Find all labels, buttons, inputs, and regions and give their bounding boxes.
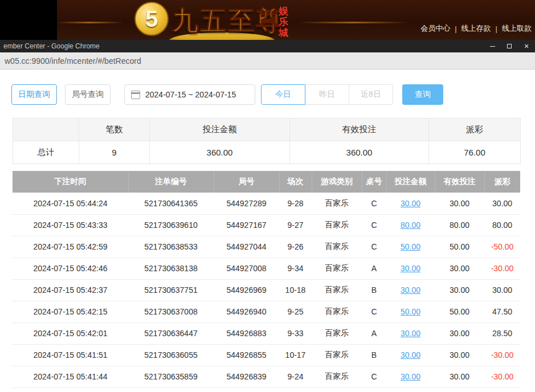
casino-banner: 5 九五至尊 娱乐城 会员中心 | 线上存款 | 线上取款 (0, 0, 535, 40)
close-button[interactable]: × (518, 40, 535, 52)
cell-game-type: 百家乐 (312, 279, 362, 301)
banner-links: 会员中心 | 线上存款 | 线上取款 (420, 23, 532, 34)
cell-game-type: 百家乐 (312, 322, 362, 344)
quick-yesterday-button[interactable]: 昨日 (305, 84, 349, 105)
bet-table-row: 2024-07-15 05:43:33521730639610544927167… (13, 214, 520, 236)
header-table-number: 桌号 (362, 171, 386, 193)
cell-round-number: 544926839 (214, 366, 279, 387)
minimize-button[interactable] (484, 40, 501, 52)
cell-order-number: 521730638533 (128, 236, 214, 258)
cell-table-number: B (362, 279, 386, 301)
cell-order-number: 521730637751 (128, 279, 214, 301)
cell-session: 9-26 (279, 236, 312, 258)
member-center-link[interactable]: 会员中心 (420, 23, 450, 34)
bet-table-row: 2024-07-15 05:42:37521730637751544926969… (13, 279, 520, 301)
cell-order-number: 521730635859 (128, 366, 214, 387)
cell-session: 9-27 (279, 214, 312, 236)
cell-bet-time: 2024-07-15 05:41:44 (13, 366, 128, 387)
cell-payout: 30.00 (484, 279, 520, 301)
cell-game-type: 百家乐 (312, 214, 362, 236)
cell-bet-amount: 50.00 (386, 236, 435, 258)
bet-amount-link[interactable]: 30.00 (401, 285, 420, 295)
cell-session: 10-18 (279, 279, 312, 301)
bet-amount-link[interactable]: 30.00 (401, 350, 420, 360)
cell-round-number: 544926883 (214, 322, 279, 344)
bet-amount-link[interactable]: 80.00 (401, 220, 420, 230)
cell-round-number: 544927044 (214, 236, 279, 258)
cell-round-number: 544926855 (214, 344, 279, 366)
bet-amount-link[interactable]: 50.00 (401, 242, 420, 251)
restore-icon (507, 44, 512, 48)
bet-amount-link[interactable]: 30.00 (401, 199, 420, 208)
bet-table-row: 2024-07-15 05:41:51521730636055544926855… (13, 344, 520, 366)
search-button[interactable]: 查询 (402, 84, 443, 105)
cell-bet-amount: 30.00 (386, 366, 435, 387)
header-payout: 派彩 (484, 171, 520, 193)
cell-table-number: C (362, 366, 386, 387)
header-bet-amount: 投注金额 (386, 171, 435, 193)
cell-bet-amount: 30.00 (386, 322, 435, 344)
cell-payout: 30.00 (484, 193, 520, 214)
bet-table-row: 2024-07-15 05:42:15521730637008544926940… (13, 301, 520, 322)
cell-bet-amount: 30.00 (386, 344, 435, 366)
cell-round-number: 544927167 (214, 214, 279, 236)
quick-today-button[interactable]: 今日 (261, 84, 305, 105)
cell-bet-time: 2024-07-15 05:42:01 (13, 322, 128, 344)
summary-bet-value: 360.00 (150, 141, 290, 164)
cell-bet-time: 2024-07-15 05:44:24 (13, 193, 128, 214)
cell-valid-bet: 30.00 (435, 193, 484, 214)
restore-button[interactable] (501, 40, 518, 52)
quick-last8days-button[interactable]: 近8日 (349, 84, 393, 105)
round-query-button[interactable]: 局号查询 (65, 84, 111, 105)
header-valid-bet: 有效投注 (435, 171, 484, 193)
cell-game-type: 百家乐 (312, 258, 362, 279)
cell-order-number: 521730636447 (128, 322, 214, 344)
calendar-icon (131, 91, 140, 99)
header-game-type: 游戏类别 (312, 171, 362, 193)
cell-bet-time: 2024-07-15 05:41:51 (13, 344, 128, 366)
bet-amount-link[interactable]: 30.00 (401, 264, 420, 273)
bet-table-row: 2024-07-15 05:42:46521730638138544927008… (13, 258, 520, 279)
window-controls: × (484, 40, 535, 52)
summary-valid-value: 360.00 (290, 141, 429, 164)
cell-bet-time: 2024-07-15 05:42:15 (13, 301, 128, 322)
bet-amount-link[interactable]: 50.00 (401, 307, 420, 316)
summary-total-row: 总计 9 360.00 360.00 76.00 (13, 141, 521, 164)
cell-order-number: 521730639610 (128, 214, 214, 236)
cell-session: 9-25 (279, 301, 312, 322)
cell-bet-time: 2024-07-15 05:42:46 (13, 258, 128, 279)
filter-bar: 日期查询 局号查询 2024-07-15 ~ 2024-07-15 今日 昨日 … (11, 84, 535, 105)
browser-titlebar: ember Center - Google Chrome × (0, 40, 535, 52)
link-separator: | (496, 24, 497, 33)
cell-round-number: 544926969 (214, 279, 279, 301)
address-bar[interactable]: w05.cc:9900/infe/mcenter/#/betRecord (0, 52, 535, 70)
cell-valid-bet: 30.00 (435, 258, 484, 279)
cell-valid-bet: 50.00 (435, 301, 484, 322)
cell-payout: 80.00 (484, 214, 520, 236)
url-text: w05.cc:9900/infe/mcenter/#/betRecord (5, 56, 141, 66)
bet-table-row: 2024-07-15 05:44:24521730641365544927289… (13, 193, 520, 214)
bet-amount-link[interactable]: 30.00 (401, 329, 420, 338)
summary-payout-value: 76.00 (429, 141, 521, 164)
cell-order-number: 521730636055 (128, 344, 214, 366)
bet-amount-link[interactable]: 30.00 (401, 372, 420, 381)
date-query-button[interactable]: 日期查询 (11, 84, 57, 105)
cell-payout: -50.00 (484, 236, 520, 258)
online-deposit-link[interactable]: 线上存款 (462, 23, 491, 34)
minimize-icon (490, 46, 495, 47)
cell-game-type: 百家乐 (312, 366, 362, 387)
site-name: 九五至尊 (172, 3, 284, 39)
cell-table-number: C (362, 236, 386, 258)
cell-order-number: 521730641365 (128, 193, 214, 214)
cell-bet-time: 2024-07-15 05:43:33 (13, 214, 128, 236)
cell-table-number: C (362, 214, 386, 236)
cell-valid-bet: 50.00 (435, 236, 484, 258)
summary-total-label: 总计 (13, 141, 79, 164)
bet-record-table: 下注时间 注单编号 局号 场次 游戏类别 桌号 投注金额 有效投注 派彩 202… (13, 171, 520, 388)
cell-round-number: 544927008 (214, 258, 279, 279)
cell-game-type: 百家乐 (312, 236, 362, 258)
online-withdraw-link[interactable]: 线上取款 (502, 23, 532, 34)
date-range-input[interactable]: 2024-07-15 ~ 2024-07-15 (124, 84, 255, 105)
date-range-value: 2024-07-15 ~ 2024-07-15 (145, 90, 236, 99)
site-logo-icon: 5 (134, 2, 169, 36)
